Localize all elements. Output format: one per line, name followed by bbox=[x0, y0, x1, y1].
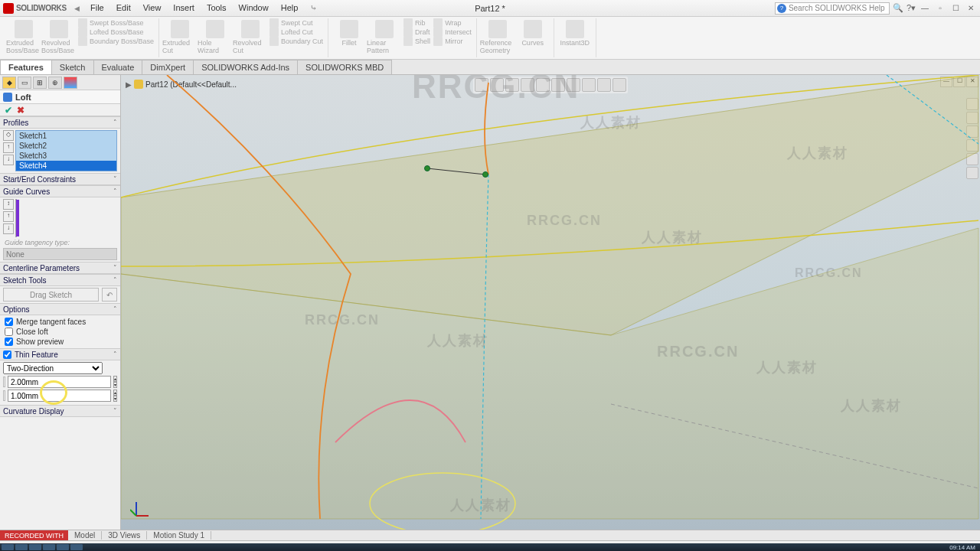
thickness2-input[interactable] bbox=[8, 390, 111, 402]
menu-tools[interactable]: Tools bbox=[201, 2, 232, 15]
close-loft-checkbox[interactable]: Close loft bbox=[3, 327, 117, 337]
guide-select-icon[interactable]: ↕ bbox=[3, 199, 14, 210]
recent-docs-arrow-icon[interactable]: ◀ bbox=[74, 5, 80, 12]
menu-help[interactable]: Help bbox=[276, 2, 304, 15]
close-button[interactable]: ✕ bbox=[965, 3, 977, 14]
menu-file[interactable]: File bbox=[85, 2, 109, 15]
merge-faces-checkbox[interactable]: Merge tangent faces bbox=[3, 317, 117, 327]
loft-connector-node[interactable] bbox=[482, 171, 488, 178]
options-header[interactable]: Options˄ bbox=[0, 303, 120, 315]
linear-pattern-button[interactable]: Linear Pattern bbox=[367, 18, 402, 54]
curves-button[interactable]: Curves bbox=[515, 18, 550, 54]
tab-3d-views[interactable]: 3D Views bbox=[102, 531, 147, 540]
minimize-button[interactable]: — bbox=[919, 3, 931, 14]
tab-evaluate[interactable]: Evaluate bbox=[93, 60, 143, 74]
tab-mbd[interactable]: SOLIDWORKS MBD bbox=[297, 60, 392, 74]
guide-down-button[interactable]: ↓ bbox=[3, 223, 14, 234]
fillet-button[interactable]: Fillet bbox=[332, 18, 367, 54]
menu-view[interactable]: View bbox=[138, 2, 167, 15]
list-item[interactable]: Sketch4 bbox=[16, 161, 116, 171]
list-item[interactable]: Sketch3 bbox=[16, 151, 116, 161]
spin-up-icon[interactable]: ▴ bbox=[113, 390, 117, 396]
maximize-button[interactable]: ☐ bbox=[949, 3, 962, 14]
show-preview-checkbox[interactable]: Show preview bbox=[3, 337, 117, 347]
menu-edit[interactable]: Edit bbox=[111, 2, 136, 15]
display-tab[interactable] bbox=[64, 77, 77, 89]
start-end-header[interactable]: Start/End Constraints˅ bbox=[0, 173, 120, 185]
revolved-boss-button[interactable]: Revolved Boss/Base bbox=[41, 18, 77, 54]
profile-up-button[interactable]: ↑ bbox=[3, 142, 14, 153]
config-tab[interactable]: ⊞ bbox=[33, 77, 47, 89]
help-dropdown-icon[interactable]: ?▾ bbox=[906, 3, 916, 13]
thin-direction-select[interactable]: Two-Direction bbox=[3, 362, 103, 374]
spin-up-icon[interactable]: ▴ bbox=[113, 376, 117, 382]
profile-down-button[interactable]: ↓ bbox=[3, 155, 14, 165]
profile-select-icon[interactable]: ◇ bbox=[3, 130, 14, 141]
property-tab[interactable]: ▭ bbox=[18, 77, 31, 89]
ok-button[interactable]: ✔ bbox=[5, 105, 12, 116]
spin-down-icon[interactable]: ▾ bbox=[113, 382, 117, 388]
dimxpert-tab[interactable]: ⊕ bbox=[48, 77, 62, 89]
lofted-cut-button[interactable]: Lofted Cut bbox=[268, 28, 325, 37]
tab-sketch[interactable]: Sketch bbox=[51, 60, 94, 74]
hole-wizard-button[interactable]: Hole Wizard bbox=[198, 18, 233, 54]
sketch-tools-header[interactable]: Sketch Tools˄ bbox=[0, 274, 120, 286]
guide-curves-listbox[interactable] bbox=[15, 199, 17, 237]
centerline-header[interactable]: Centerline Parameters˅ bbox=[0, 262, 120, 274]
tab-motion-study[interactable]: Motion Study 1 bbox=[147, 531, 211, 540]
rib-button[interactable]: Rib bbox=[402, 18, 432, 28]
wrap-button[interactable]: Wrap bbox=[432, 18, 473, 28]
search-icon[interactable]: 🔍 bbox=[893, 3, 903, 13]
draft-button[interactable]: Draft bbox=[402, 28, 432, 37]
orientation-triad[interactable] bbox=[130, 497, 152, 519]
taskbar-item[interactable] bbox=[70, 544, 83, 550]
graphics-viewport[interactable]: ▶ Part12 (Default<<Default... — ☐ ✕ bbox=[121, 75, 980, 530]
undo-drag-icon[interactable]: ↶ bbox=[102, 288, 117, 302]
taskbar-item[interactable] bbox=[43, 544, 55, 550]
instant3d-button[interactable]: Instant3D bbox=[557, 18, 593, 47]
pin-icon[interactable]: ⤷ bbox=[305, 2, 322, 15]
drag-sketch-button[interactable]: Drag Sketch bbox=[3, 288, 99, 302]
guide-tangency-select[interactable]: None bbox=[3, 248, 117, 260]
profiles-listbox[interactable]: Sketch1 Sketch2 Sketch3 Sketch4 bbox=[15, 130, 117, 171]
help-search[interactable]: ? Search SOLIDWORKS Help bbox=[775, 2, 890, 15]
linear-pattern-icon bbox=[375, 20, 394, 38]
menu-insert[interactable]: Insert bbox=[168, 2, 200, 15]
taskbar-clock[interactable]: 09:14 AM bbox=[949, 544, 975, 551]
list-item[interactable]: Sketch1 bbox=[16, 131, 116, 141]
curvature-display-header[interactable]: Curvature Display˅ bbox=[0, 405, 120, 417]
menu-window[interactable]: Window bbox=[234, 2, 274, 15]
thickness1-input[interactable] bbox=[8, 376, 111, 388]
mirror-button[interactable]: Mirror bbox=[432, 37, 473, 46]
tab-features[interactable]: Features bbox=[0, 60, 52, 74]
loft-connector-node[interactable] bbox=[424, 165, 430, 171]
extruded-boss-button[interactable]: Extruded Boss/Base bbox=[6, 18, 41, 54]
start-button[interactable] bbox=[2, 544, 14, 550]
cancel-button[interactable]: ✖ bbox=[17, 105, 24, 116]
intersect-button[interactable]: Intersect bbox=[432, 28, 473, 37]
extruded-cut-button[interactable]: Extruded Cut bbox=[162, 18, 198, 54]
thin-feature-checkbox[interactable] bbox=[3, 350, 11, 359]
swept-boss-button[interactable]: Swept Boss/Base bbox=[77, 18, 155, 28]
tab-dimxpert[interactable]: DimXpert bbox=[142, 60, 194, 74]
guide-up-button[interactable]: ↑ bbox=[3, 211, 14, 222]
restore-button[interactable]: ▫ bbox=[934, 3, 946, 14]
swept-cut-button[interactable]: Swept Cut bbox=[268, 18, 325, 28]
profiles-header[interactable]: Profiles˄ bbox=[0, 116, 120, 129]
list-item[interactable]: Sketch2 bbox=[16, 141, 116, 151]
tab-model[interactable]: Model bbox=[68, 531, 102, 540]
taskbar-item[interactable] bbox=[57, 544, 69, 550]
boundary-cut-button[interactable]: Boundary Cut bbox=[268, 37, 325, 46]
revolved-cut-button[interactable]: Revolved Cut bbox=[233, 18, 268, 54]
reference-geometry-button[interactable]: Reference Geometry bbox=[480, 18, 515, 54]
guide-curves-header[interactable]: Guide Curves˄ bbox=[0, 185, 120, 197]
boundary-boss-button[interactable]: Boundary Boss/Base bbox=[77, 37, 155, 46]
tab-addins[interactable]: SOLIDWORKS Add-Ins bbox=[193, 60, 298, 74]
taskbar-item[interactable] bbox=[29, 544, 41, 550]
thin-feature-header[interactable]: Thin Feature ˄ bbox=[0, 348, 120, 360]
feature-tree-tab[interactable]: ◆ bbox=[2, 77, 16, 89]
shell-button[interactable]: Shell bbox=[402, 37, 432, 46]
taskbar-item[interactable] bbox=[15, 544, 28, 550]
spin-down-icon[interactable]: ▾ bbox=[113, 396, 117, 402]
lofted-boss-button[interactable]: Lofted Boss/Base bbox=[77, 28, 155, 37]
